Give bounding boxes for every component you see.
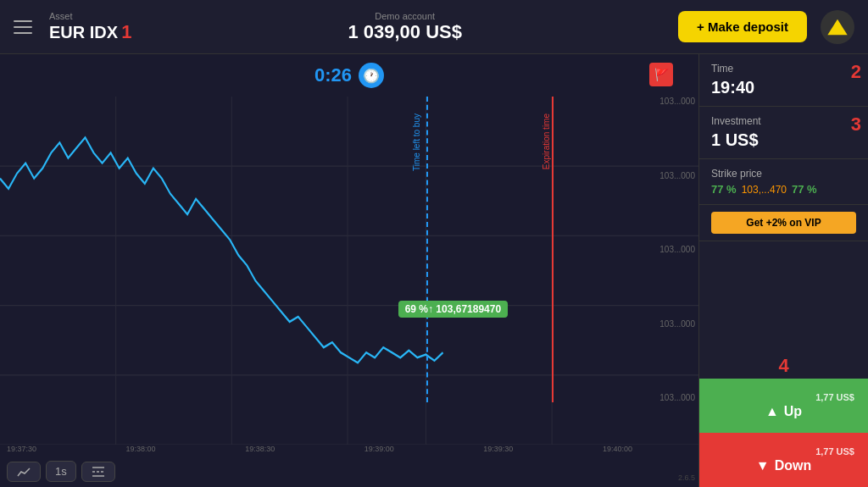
time-left-line (426, 97, 428, 402)
investment-value: 1 US$ (711, 130, 856, 150)
y-label-4: 103...000 (639, 319, 698, 329)
time-card: Time 19:40 2 (699, 54, 868, 107)
x-label-2: 19:38:00 (126, 445, 156, 453)
up-icon: ▲ (765, 404, 779, 419)
header: Asset EUR IDX 1 Demo account 1 039,00 US… (0, 0, 868, 54)
x-label-5: 19:39:30 (483, 445, 513, 453)
expiration-label: Expiration time (542, 113, 551, 169)
down-button[interactable]: 1,77 US$ ▼ Down (699, 433, 868, 487)
y-axis: 103...000 103...000 103...000 103...000 … (639, 97, 698, 402)
strike-label: Strike price (711, 168, 856, 180)
version-text: 2.6.5 (678, 473, 695, 482)
time-left-label: Time left to buy (412, 113, 421, 171)
trade-buttons-container: 4 1,77 US$ ▲ Up 1,77 US$ ▼ Down (699, 379, 868, 487)
y-label-3: 103...000 (639, 245, 698, 254)
annotation-2: 2 (851, 61, 861, 83)
interval-button[interactable]: 1s (46, 461, 76, 482)
make-deposit-button[interactable]: + Make deposit (678, 11, 807, 42)
y-label-2: 103...000 (639, 171, 698, 180)
down-label: Down (775, 458, 812, 473)
chart-type-button[interactable] (7, 462, 41, 482)
x-axis: 19:37:30 19:38:00 19:38:30 19:39:00 19:3… (0, 445, 639, 453)
expiration-line (552, 97, 554, 402)
asset-name: EUR IDX (49, 23, 118, 42)
strike-card: Strike price 77 % 103,...470 77 % (699, 159, 868, 205)
timer-icon: 🕐 (359, 63, 384, 88)
main-layout: 0:26 🕐 🚩 103...000 103...000 103...000 1… (0, 54, 868, 487)
y-label-1: 103...000 (639, 97, 698, 106)
chart-area[interactable]: 0:26 🕐 🚩 103...000 103...000 103...000 1… (0, 54, 698, 487)
indicator-button[interactable] (81, 462, 115, 482)
x-label-4: 19:39:00 (364, 445, 394, 453)
strike-pct-left: 77 % (711, 183, 737, 196)
annotation-4: 4 (778, 355, 788, 377)
x-label-6: 19:40:00 (603, 445, 632, 453)
up-label: Up (784, 404, 802, 419)
up-btn-row: ▲ Up (765, 404, 802, 419)
asset-info: Asset EUR IDX 1 (49, 11, 131, 43)
annotation-3: 3 (851, 113, 861, 136)
vip-card[interactable]: Get +2% on VIP (699, 205, 868, 241)
strike-values: 77 % 103,...470 77 % (711, 183, 856, 196)
investment-card[interactable]: Investment 1 US$ 3 (699, 107, 868, 159)
down-icon: ▼ (756, 458, 770, 473)
bottom-toolbar: 1s (7, 461, 115, 482)
x-label-3: 19:38:30 (245, 445, 275, 453)
svg-marker-0 (827, 19, 847, 35)
asset-label: Asset (49, 11, 131, 21)
x-label-1: 19:37:30 (7, 445, 36, 453)
demo-balance: 1 039,00 US$ (348, 21, 462, 43)
up-button[interactable]: 1,77 US$ ▲ Up (699, 379, 868, 433)
time-label: Time (711, 63, 856, 75)
time-value: 19:40 (711, 78, 856, 97)
demo-label: Demo account (375, 11, 435, 21)
price-tag: 69 %↑ 103,67189470 (398, 301, 508, 318)
down-amount: 1,77 US$ (815, 446, 854, 457)
menu-button[interactable] (14, 20, 32, 34)
timer-display: 0:26 (314, 64, 352, 86)
y-label-5: 103...000 (639, 393, 698, 402)
price-chart (0, 97, 698, 445)
demo-account: Demo account 1 039,00 US$ (131, 11, 678, 43)
timer-row: 0:26 🕐 (0, 63, 698, 88)
annotation-1: 1 (121, 21, 131, 43)
investment-label: Investment (711, 115, 856, 127)
up-amount: 1,77 US$ (815, 392, 854, 402)
vip-button[interactable]: Get +2% on VIP (711, 212, 856, 234)
right-panel: Time 19:40 2 Investment 1 US$ 3 Strike p… (698, 54, 868, 487)
down-btn-row: ▼ Down (756, 458, 811, 473)
avatar[interactable] (821, 10, 854, 44)
strike-price-val: 103,...470 (742, 184, 787, 196)
strike-pct-right: 77 % (792, 183, 817, 196)
